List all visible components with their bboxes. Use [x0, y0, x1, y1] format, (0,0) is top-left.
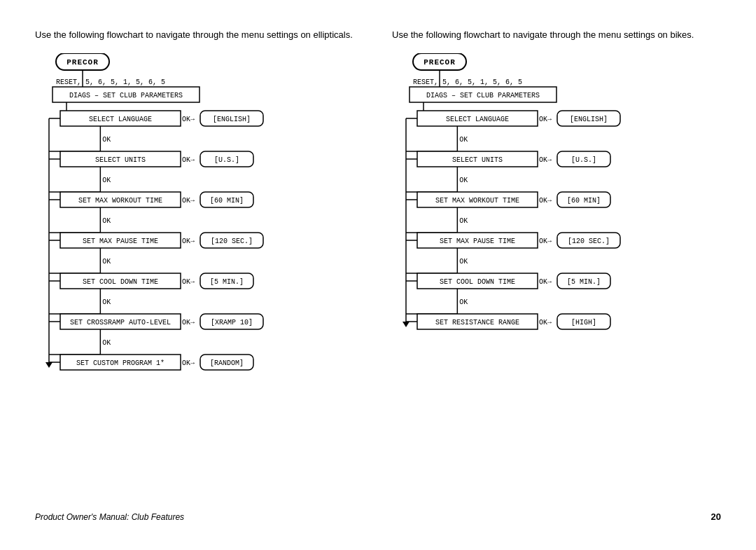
svg-text:SELECT LANGUAGE: SELECT LANGUAGE — [89, 116, 152, 123]
svg-text:OK→: OK→ — [182, 278, 195, 286]
right-intro: Use the following flowchart to navigate … — [392, 28, 721, 42]
svg-text:[60 MIN]: [60 MIN] — [210, 197, 244, 205]
svg-text:OK→: OK→ — [182, 156, 195, 164]
svg-text:SET CUSTOM PROGRAM 1*: SET CUSTOM PROGRAM 1* — [76, 359, 164, 367]
svg-text:SET MAX PAUSE TIME: SET MAX PAUSE TIME — [83, 238, 158, 245]
svg-text:OK→: OK→ — [539, 156, 552, 164]
svg-text:SELECT UNITS: SELECT UNITS — [452, 156, 503, 164]
svg-text:[ENGLISH]: [ENGLISH] — [213, 116, 251, 123]
svg-text:[U.S.]: [U.S.] — [571, 156, 596, 164]
footer: Product Owner's Manual: Club Features 20 — [35, 497, 721, 522]
svg-text:SET MAX WORKOUT TIME: SET MAX WORKOUT TIME — [78, 197, 162, 205]
svg-text:OK: OK — [459, 177, 468, 184]
svg-text:OK: OK — [102, 217, 111, 225]
svg-text:OK: OK — [459, 217, 468, 225]
svg-text:DIAGS – SET CLUB PARAMETERS: DIAGS – SET CLUB PARAMETERS — [69, 92, 183, 99]
svg-text:OK: OK — [459, 298, 468, 306]
svg-text:OK: OK — [102, 177, 111, 184]
left-column: Use the following flowchart to navigate … — [35, 28, 378, 497]
svg-text:SET MAX PAUSE TIME: SET MAX PAUSE TIME — [440, 238, 515, 245]
svg-text:OK→: OK→ — [182, 197, 195, 205]
svg-text:OK→: OK→ — [539, 116, 552, 123]
svg-text:OK→: OK→ — [539, 319, 552, 326]
svg-text:[120 SEC.]: [120 SEC.] — [211, 238, 253, 245]
footer-right: 20 — [711, 511, 721, 522]
right-flowchart: PRECORRESET, 5, 6, 5, 1, 5, 6, 5DIAGS – … — [392, 53, 721, 378]
svg-text:OK→: OK→ — [182, 238, 195, 245]
svg-text:SET CROSSRAMP AUTO-LEVEL: SET CROSSRAMP AUTO-LEVEL — [70, 319, 171, 326]
svg-text:[ENGLISH]: [ENGLISH] — [570, 116, 608, 123]
svg-marker-77 — [402, 322, 410, 327]
left-flowchart: PRECORRESET, 5, 6, 5, 1, 5, 6, 5DIAGS – … — [35, 53, 364, 419]
svg-text:OK: OK — [102, 258, 111, 266]
svg-text:SELECT UNITS: SELECT UNITS — [95, 156, 146, 164]
svg-text:[HIGH]: [HIGH] — [571, 319, 596, 326]
svg-text:[60 MIN]: [60 MIN] — [567, 197, 601, 205]
svg-text:SELECT LANGUAGE: SELECT LANGUAGE — [446, 116, 509, 123]
svg-text:SET COOL DOWN TIME: SET COOL DOWN TIME — [83, 278, 158, 286]
svg-text:[5 MIN.]: [5 MIN.] — [567, 278, 601, 286]
svg-text:OK→: OK→ — [539, 197, 552, 205]
footer-left: Product Owner's Manual: Club Features — [35, 512, 184, 522]
svg-text:[RANDOM]: [RANDOM] — [210, 359, 244, 367]
svg-text:SET MAX WORKOUT TIME: SET MAX WORKOUT TIME — [435, 197, 519, 205]
svg-text:SET COOL DOWN TIME: SET COOL DOWN TIME — [440, 278, 515, 286]
right-column: Use the following flowchart to navigate … — [378, 28, 721, 497]
svg-text:SET RESISTANCE RANGE: SET RESISTANCE RANGE — [435, 319, 519, 326]
svg-text:DIAGS – SET CLUB PARAMETERS: DIAGS – SET CLUB PARAMETERS — [426, 92, 540, 99]
svg-text:[U.S.]: [U.S.] — [214, 156, 239, 164]
svg-text:RESET, 5, 6, 5, 1, 5, 6, 5: RESET, 5, 6, 5, 1, 5, 6, 5 — [56, 78, 165, 86]
svg-text:[XRAMP 10]: [XRAMP 10] — [211, 319, 253, 326]
svg-text:OK: OK — [459, 136, 468, 144]
svg-text:OK: OK — [459, 258, 468, 266]
svg-text:OK: OK — [102, 298, 111, 306]
svg-text:PRECOR: PRECOR — [424, 58, 456, 67]
svg-text:OK→: OK→ — [539, 238, 552, 245]
svg-text:[120 SEC.]: [120 SEC.] — [568, 238, 610, 245]
svg-text:OK: OK — [102, 136, 111, 144]
svg-text:OK→: OK→ — [182, 359, 195, 367]
svg-text:OK: OK — [102, 339, 111, 347]
svg-text:OK→: OK→ — [182, 116, 195, 123]
svg-text:OK→: OK→ — [182, 319, 195, 326]
svg-text:RESET, 5, 6, 5, 1, 5, 6, 5: RESET, 5, 6, 5, 1, 5, 6, 5 — [413, 78, 522, 86]
svg-text:OK→: OK→ — [539, 278, 552, 286]
columns: Use the following flowchart to navigate … — [35, 28, 721, 497]
svg-text:PRECOR: PRECOR — [66, 58, 99, 67]
left-intro: Use the following flowchart to navigate … — [35, 28, 364, 42]
svg-marker-8 — [46, 362, 52, 368]
page: Use the following flowchart to navigate … — [0, 0, 756, 550]
svg-text:[5 MIN.]: [5 MIN.] — [210, 278, 244, 286]
